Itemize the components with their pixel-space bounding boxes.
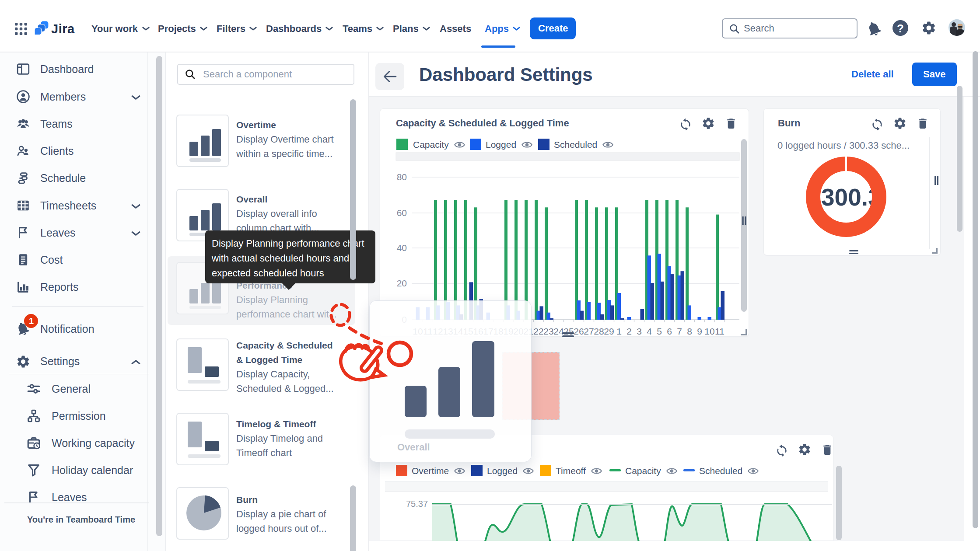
svg-text:11: 11 bbox=[715, 326, 724, 336]
svg-text:7: 7 bbox=[677, 326, 682, 336]
svg-text:28: 28 bbox=[594, 326, 604, 336]
svg-text:1: 1 bbox=[616, 326, 622, 336]
svg-text:24: 24 bbox=[553, 326, 564, 336]
svg-text:5: 5 bbox=[657, 326, 662, 336]
svg-text:23: 23 bbox=[543, 326, 553, 336]
svg-text:20: 20 bbox=[397, 278, 407, 288]
svg-text:10: 10 bbox=[704, 326, 714, 336]
svg-text:80: 80 bbox=[397, 172, 407, 182]
svg-text:6: 6 bbox=[667, 326, 672, 336]
svg-text:60: 60 bbox=[397, 208, 407, 218]
svg-text:29: 29 bbox=[604, 326, 614, 336]
svg-text:3: 3 bbox=[637, 326, 642, 336]
svg-text:4: 4 bbox=[647, 326, 652, 336]
svg-text:25: 25 bbox=[564, 326, 574, 336]
svg-text:8: 8 bbox=[687, 326, 692, 336]
svg-text:22: 22 bbox=[533, 326, 543, 336]
svg-text:2: 2 bbox=[626, 326, 632, 336]
svg-text:27: 27 bbox=[584, 326, 594, 336]
svg-text:9: 9 bbox=[697, 326, 702, 336]
svg-text:40: 40 bbox=[397, 243, 407, 253]
svg-text:26: 26 bbox=[574, 326, 584, 336]
